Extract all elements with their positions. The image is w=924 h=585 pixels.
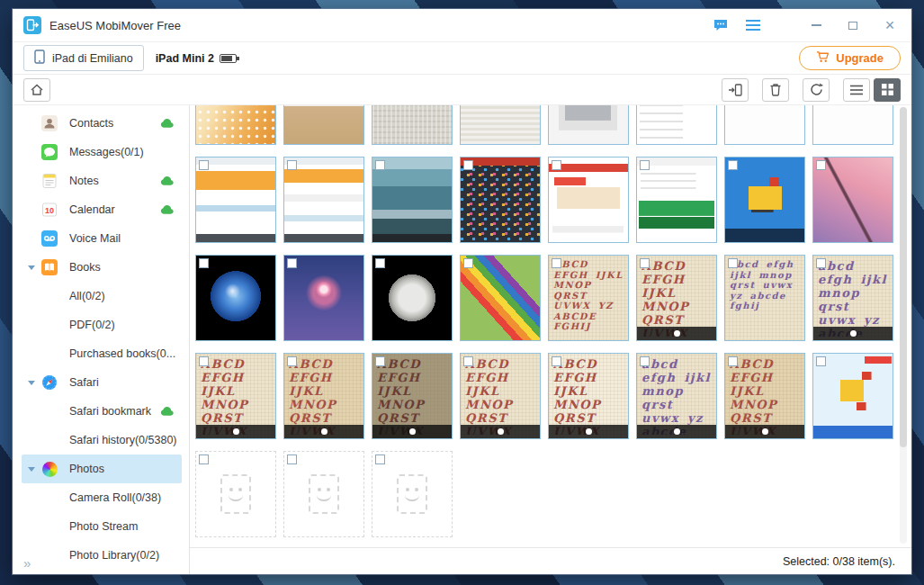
thumbnail-checkbox[interactable] (463, 258, 473, 268)
list-view-button[interactable] (843, 78, 870, 102)
thumbnail-checkbox[interactable] (375, 454, 385, 464)
cart-icon (816, 50, 830, 66)
photo-thumbnail-blank[interactable] (724, 105, 805, 145)
expander-triangle-icon[interactable] (22, 381, 41, 385)
photo-thumbnail-stitch-cam-warm[interactable]: ABCD EFGH IJKL MNOP QRST UVWX YZ ABCDE F… (724, 353, 805, 439)
minimize-button[interactable] (805, 14, 827, 36)
thumbnail-checkbox[interactable] (552, 258, 561, 268)
expander-triangle-icon[interactable] (22, 266, 41, 270)
photo-thumbnail-flower[interactable] (283, 255, 364, 341)
menu-icon[interactable] (742, 14, 764, 36)
photo-thumbnail-stitch-cam-light[interactable]: ABCD EFGH IJKL MNOP QRST UVWX YZ ABCDE F… (548, 353, 629, 439)
thumbnail-checkbox[interactable] (640, 258, 650, 268)
sidebar-item-safari[interactable]: Safari (22, 368, 182, 397)
thumbnail-checkbox[interactable] (199, 356, 209, 366)
photo-thumbnail-fabric[interactable] (460, 105, 541, 145)
photo-thumbnail-stitch-cam[interactable]: ABCD EFGH IJKL MNOP QRST UVWX YZ ABCDE F… (195, 353, 276, 439)
photo-thumbnail-stitch-cam-dark[interactable]: ABCD EFGH IJKL MNOP QRST UVWX YZ ABCDE F… (372, 353, 453, 439)
sidebar-item-books[interactable]: Books (22, 253, 182, 282)
sidebar-item-safari-bookmark[interactable]: Safari bookmark (22, 397, 182, 426)
photo-thumbnail-pixel-blue[interactable] (724, 157, 805, 243)
placeholder-thumbnail[interactable] (195, 451, 276, 537)
transfer-to-device-button[interactable] (722, 78, 749, 102)
photo-thumbnail-earth[interactable] (195, 255, 276, 341)
thumbnail-checkbox[interactable] (199, 454, 209, 464)
photo-thumbnail-room[interactable] (283, 105, 364, 145)
thumbnail-checkbox[interactable] (287, 160, 297, 170)
thumbnail-checkbox[interactable] (816, 356, 826, 366)
grid-view-button[interactable] (874, 78, 901, 102)
thumbnail-checkbox[interactable] (728, 356, 738, 366)
feedback-icon[interactable] (710, 14, 731, 36)
thumbnail-checkbox[interactable] (287, 258, 297, 268)
photo-thumbnail-blank[interactable] (812, 105, 893, 145)
thumbnail-checkbox[interactable] (375, 160, 385, 170)
photo-thumbnail-rainbow[interactable] (460, 255, 541, 341)
sidebar-item-voice-mail[interactable]: Voice Mail (22, 224, 182, 253)
sidebar-item-photos[interactable]: Photos (22, 454, 182, 483)
thumbnail-checkbox[interactable] (375, 356, 385, 366)
thumbnail-checkbox[interactable] (816, 160, 826, 170)
device-selector[interactable]: iPad di Emiliano (23, 45, 144, 71)
sidebar-item-messages-0-1[interactable]: Messages(0/1) (22, 138, 182, 166)
thumbnail-checkbox[interactable] (287, 454, 297, 464)
refresh-icon (809, 82, 824, 97)
photo-thumbnail-stitch-cam[interactable]: ABCD EFGH IJKL MNOP QRST UVWX YZ ABCDE F… (636, 255, 717, 341)
photo-thumbnail-doc-face[interactable] (636, 105, 717, 145)
refresh-button[interactable] (803, 78, 830, 102)
sidebar-item-photo-stream[interactable]: Photo Stream (22, 512, 182, 541)
thumbnail-checkbox[interactable] (552, 356, 561, 366)
sidebar-item-contacts[interactable]: Contacts (22, 109, 182, 138)
photo-thumbnail-dark-grid[interactable] (460, 157, 541, 243)
maximize-button[interactable] (842, 14, 864, 36)
photo-thumbnail-stitch-alt[interactable]: abcd efgh ijkl mnop qrst uvwx yz abcde f… (724, 255, 805, 341)
sidebar-item-calendar[interactable]: 10Calendar (22, 195, 182, 224)
photo-thumbnail-stitch-cam[interactable]: ABCD EFGH IJKL MNOP QRST UVWX YZ ABCDE F… (460, 353, 541, 439)
thumbnail-checkbox[interactable] (463, 160, 473, 170)
home-button[interactable] (23, 78, 50, 102)
sidebar-item-purchased-books-0[interactable]: Purchased books(0... (22, 339, 182, 368)
thumbnail-checkbox[interactable] (552, 160, 561, 170)
thumbnail-checkbox[interactable] (728, 258, 738, 268)
sidebar-item-camera-roll-0-38[interactable]: Camera Roll(0/38) (22, 483, 182, 512)
placeholder-thumbnail[interactable] (372, 451, 453, 537)
photo-thumbnail-pink-tree[interactable] (812, 157, 893, 243)
photo-thumbnail-web-orange[interactable] (195, 157, 276, 243)
photo-thumbnail-desktop-teal[interactable] (372, 157, 453, 243)
photo-thumbnail-stitch[interactable]: ABCD EFGH IJKL MNOP QRST UVWX YZ ABCDE F… (548, 255, 629, 341)
thumbnail-checkbox[interactable] (640, 356, 650, 366)
photo-thumbnail-web-orange-2[interactable] (283, 157, 364, 243)
photo-thumbnail-stitch-cam-alt[interactable]: abcd efgh ijkl mnop qrst uvwx yz abcde f… (636, 353, 717, 439)
scrollbar-thumb[interactable] (900, 107, 907, 447)
upgrade-button[interactable]: Upgrade (799, 46, 901, 70)
thumbnail-checkbox[interactable] (287, 356, 297, 366)
thumbnail-checkbox[interactable] (199, 258, 209, 268)
placeholder-thumbnail[interactable] (283, 451, 364, 537)
thumbnail-checkbox[interactable] (728, 160, 738, 170)
delete-button[interactable] (762, 78, 789, 102)
sidebar-item-pdf-0-2[interactable]: PDF(0/2) (22, 310, 182, 339)
photo-thumbnail-pixel-game[interactable] (812, 353, 893, 439)
photo-image (637, 158, 716, 242)
photo-thumbnail-web-red[interactable] (548, 157, 629, 243)
expander-triangle-icon[interactable] (22, 467, 41, 472)
photo-thumbnail-carpet[interactable] (372, 105, 453, 145)
photo-thumbnail-stitch-cam-alt[interactable]: abcd efgh ijkl mnop qrst uvwx yz abcde f… (812, 255, 893, 341)
sidebar-item-all-0-2[interactable]: All(0/2) (22, 282, 182, 310)
photo-thumbnail-dots-warm[interactable] (195, 105, 276, 145)
scrollbar[interactable] (900, 107, 907, 544)
thumbnail-checkbox[interactable] (463, 356, 473, 366)
photo-thumbnail-stitch-cam-warm[interactable]: ABCD EFGH IJKL MNOP QRST UVWX YZ ABCDE F… (283, 353, 364, 439)
photo-thumbnail-web-green[interactable] (636, 157, 717, 243)
sidebar-collapse-toggle[interactable]: » (23, 555, 30, 571)
sidebar-item-photo-library-0-2[interactable]: Photo Library(0/2) (22, 541, 182, 570)
photo-thumbnail-moon[interactable] (372, 255, 453, 341)
thumbnail-checkbox[interactable] (640, 160, 650, 170)
close-button[interactable]: × (879, 14, 901, 36)
thumbnail-checkbox[interactable] (375, 258, 385, 268)
photo-thumbnail-screen-gray[interactable] (548, 105, 629, 145)
sidebar-item-safari-history-0-5380[interactable]: Safari history(0/5380) (22, 426, 182, 454)
thumbnail-checkbox[interactable] (199, 160, 209, 170)
sidebar-item-notes[interactable]: Notes (22, 166, 182, 195)
thumbnail-checkbox[interactable] (816, 258, 826, 268)
